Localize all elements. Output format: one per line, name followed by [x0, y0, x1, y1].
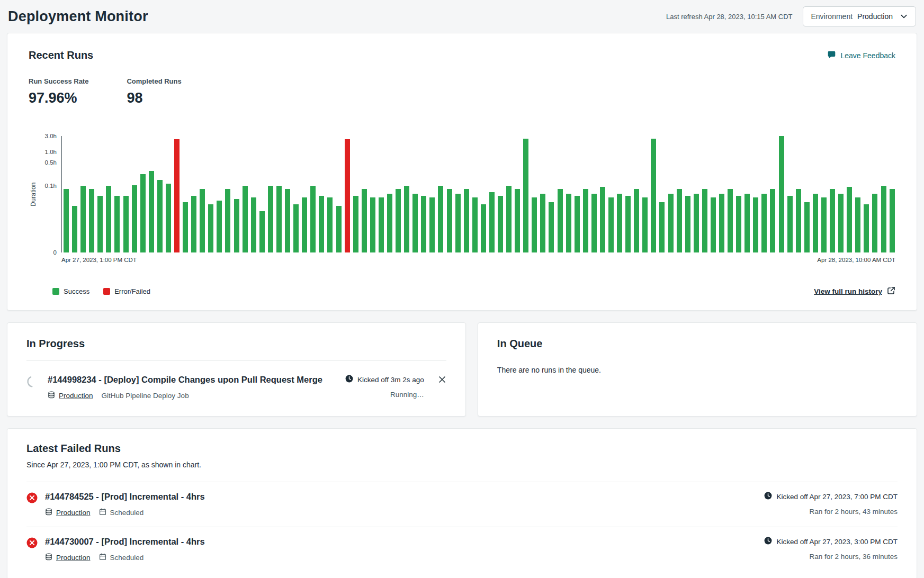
chart-bar[interactable]: [89, 189, 94, 252]
chart-bar[interactable]: [387, 194, 392, 252]
chart-bar[interactable]: [438, 186, 443, 252]
chart-bar[interactable]: [97, 196, 103, 252]
chart-bar[interactable]: [821, 197, 827, 252]
chart-bar[interactable]: [132, 185, 137, 252]
chart-bar[interactable]: [208, 204, 213, 252]
chart-bar[interactable]: [174, 139, 180, 252]
chart-bar[interactable]: [736, 196, 741, 252]
chart-bar[interactable]: [813, 194, 818, 252]
chart-bar[interactable]: [114, 196, 120, 252]
chart-bar[interactable]: [847, 187, 852, 252]
chart-bar[interactable]: [591, 194, 597, 252]
chart-bar[interactable]: [72, 206, 77, 252]
chart-bar[interactable]: [268, 186, 273, 252]
chart-bar[interactable]: [685, 196, 690, 252]
chart-bar[interactable]: [498, 196, 503, 252]
chart-bar[interactable]: [481, 204, 486, 252]
chart-bar[interactable]: [379, 197, 384, 252]
chart-bar[interactable]: [830, 189, 835, 252]
chart-bar[interactable]: [191, 196, 196, 252]
chart-bar[interactable]: [200, 189, 205, 252]
chart-bar[interactable]: [744, 194, 750, 252]
chart-bar[interactable]: [608, 197, 614, 252]
chart-bar[interactable]: [668, 194, 674, 252]
chart-bar[interactable]: [80, 186, 86, 252]
chart-bar[interactable]: [489, 192, 495, 252]
view-full-run-history-link[interactable]: View full run history: [814, 286, 895, 296]
chart-bar[interactable]: [583, 189, 588, 252]
chart-bar[interactable]: [234, 199, 239, 252]
chart-bar[interactable]: [702, 189, 707, 252]
chart-bar[interactable]: [770, 189, 775, 252]
environment-link[interactable]: Production: [45, 508, 91, 517]
chart-bar[interactable]: [166, 184, 171, 252]
chart-bar[interactable]: [558, 189, 563, 252]
chart-bar[interactable]: [642, 197, 648, 252]
chart-bar[interactable]: [396, 189, 401, 252]
chart-bar[interactable]: [677, 189, 682, 252]
chart-bar[interactable]: [761, 194, 767, 252]
chart-bar[interactable]: [890, 189, 895, 252]
chart-bar[interactable]: [575, 196, 580, 252]
chart-bar[interactable]: [625, 196, 631, 252]
chart-bar[interactable]: [549, 202, 554, 252]
chart-bar[interactable]: [412, 194, 418, 252]
chart-bar[interactable]: [711, 197, 716, 252]
chart-bar[interactable]: [157, 180, 163, 252]
chart-bar[interactable]: [506, 186, 512, 252]
chart-bar[interactable]: [251, 197, 256, 252]
chart-bar[interactable]: [719, 194, 724, 252]
chart-bar[interactable]: [276, 186, 282, 252]
chart-bar[interactable]: [404, 186, 409, 252]
chart-bar[interactable]: [617, 194, 622, 252]
environment-link[interactable]: Production: [45, 553, 91, 562]
chart-bar[interactable]: [447, 189, 452, 252]
chart-bar[interactable]: [532, 197, 537, 252]
chart-bar[interactable]: [728, 189, 733, 252]
chart-bar[interactable]: [106, 186, 111, 252]
cancel-run-button[interactable]: [438, 375, 446, 384]
chart-bar[interactable]: [217, 201, 222, 252]
chart-bar[interactable]: [310, 186, 316, 252]
chart-bar[interactable]: [64, 189, 69, 252]
chart-bar[interactable]: [183, 202, 188, 252]
chart-bar[interactable]: [243, 186, 248, 252]
chart-bar[interactable]: [455, 194, 461, 252]
chart-bar[interactable]: [787, 196, 793, 252]
chart-bar[interactable]: [336, 206, 342, 252]
chart-bar[interactable]: [634, 189, 639, 252]
chart-bar[interactable]: [540, 194, 545, 252]
chart-bar[interactable]: [779, 136, 784, 252]
chart-bar[interactable]: [429, 197, 435, 252]
environment-dropdown[interactable]: Environment Production: [803, 6, 916, 26]
chart-bar[interactable]: [872, 194, 877, 252]
chart-bar[interactable]: [796, 189, 801, 252]
chart-bar[interactable]: [319, 196, 324, 252]
chart-bar[interactable]: [370, 197, 375, 252]
chart-bar[interactable]: [464, 189, 469, 252]
leave-feedback-link[interactable]: Leave Feedback: [827, 50, 895, 61]
chart-bar[interactable]: [838, 194, 844, 252]
chart-bar[interactable]: [421, 196, 426, 252]
chart-bar[interactable]: [345, 139, 350, 252]
chart-bar[interactable]: [362, 189, 367, 252]
chart-bar[interactable]: [566, 194, 571, 252]
chart-bar[interactable]: [225, 189, 230, 252]
chart-bar[interactable]: [753, 197, 758, 252]
chart-bar[interactable]: [651, 139, 656, 252]
environment-link[interactable]: Production: [48, 391, 93, 400]
chart-bar[interactable]: [285, 189, 290, 252]
chart-bar[interactable]: [293, 204, 299, 252]
chart-bar[interactable]: [881, 186, 886, 252]
chart-bar[interactable]: [353, 196, 358, 252]
chart-bar[interactable]: [864, 204, 869, 252]
chart-bar[interactable]: [472, 197, 478, 252]
chart-bar[interactable]: [140, 174, 146, 252]
chart-bar[interactable]: [259, 211, 265, 252]
chart-bar[interactable]: [123, 196, 129, 252]
chart-bar[interactable]: [600, 187, 605, 252]
chart-bar[interactable]: [694, 194, 699, 252]
chart-bar[interactable]: [515, 189, 520, 252]
chart-bar[interactable]: [659, 202, 665, 252]
chart-bar[interactable]: [855, 197, 860, 252]
